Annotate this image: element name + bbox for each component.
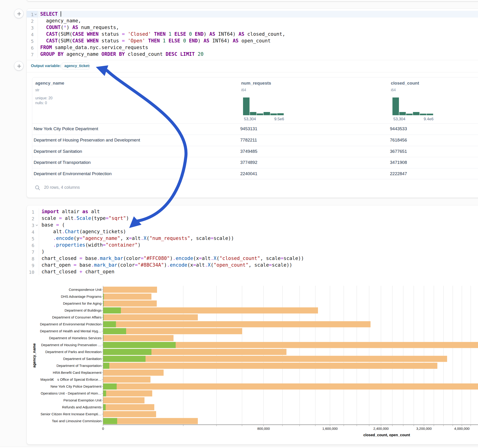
line-number: 5 xyxy=(27,38,34,45)
code-line[interactable]: 6FROM sample_data.nyc.service_requests xyxy=(27,44,478,51)
bar-closed-count xyxy=(103,384,478,390)
column-type: i64 xyxy=(241,88,246,92)
histogram-max-label: 9.5e6 xyxy=(243,117,284,121)
histogram-bar xyxy=(399,112,406,115)
y-axis-label: Department of Consumer Affairs xyxy=(52,315,101,319)
sql-editor[interactable]: 1SELECT 2 agency_name,3 COUNT(*) AS num_… xyxy=(27,11,478,58)
code-text: alt.Chart(agency_tickets) xyxy=(42,228,126,235)
code-line[interactable]: 4 CAST(SUM(CASE WHEN status = 'Closed' T… xyxy=(27,31,478,37)
cell-num-requests: 3749485 xyxy=(240,146,257,157)
bar-closed-count xyxy=(103,404,154,411)
column-header[interactable]: closed_count xyxy=(391,81,419,86)
code-line[interactable]: 9chart_open = base.mark_bar(color="#8BC3… xyxy=(27,262,478,268)
text-cursor xyxy=(61,11,61,17)
bar-closed-count xyxy=(103,370,164,376)
y-axis-label: Taxi and Limousine Commission xyxy=(52,419,101,423)
line-number: 7 xyxy=(27,249,34,255)
table-row[interactable]: Department of Transportation377489234719… xyxy=(32,157,478,168)
code-text: CAST(SUM(CASE WHEN status = 'Open' THEN … xyxy=(40,37,271,44)
cell-num-requests: 9453131 xyxy=(240,124,257,135)
bar-closed-count xyxy=(103,335,174,341)
bar-closed-count xyxy=(103,356,447,362)
y-axis-label: Department of Sanitation xyxy=(63,357,101,361)
y-axis-label: Department of Buildings xyxy=(65,308,101,312)
code-text: COUNT(*) AS num_requests, xyxy=(40,24,119,31)
line-number: 1 xyxy=(27,209,34,216)
line-number: 6 xyxy=(27,45,34,51)
code-text: GROUP BY agency_name ORDER BY closed_cou… xyxy=(40,51,204,58)
y-axis-label: Correspondence Unit xyxy=(69,288,102,292)
code-line[interactable]: 7) xyxy=(27,249,478,255)
line-number: 2 xyxy=(27,216,34,222)
output-variable-label: Output variable: xyxy=(31,64,61,68)
bar-open-count xyxy=(103,404,106,411)
code-text: scale = alt.Scale(type="sqrt") xyxy=(42,215,129,222)
histogram-bar xyxy=(264,112,270,115)
code-line[interactable]: 3 COUNT(*) AS num_requests, xyxy=(27,24,478,31)
bar-closed-count xyxy=(103,321,371,328)
bar-closed-count xyxy=(103,287,157,293)
code-line[interactable]: 2scale = alt.Scale(type="sqrt") xyxy=(27,215,478,222)
x-axis-label: 0 xyxy=(102,427,104,430)
y-axis-label: Mayorâ€ s Office of Special Enforce… xyxy=(40,378,101,381)
bar-closed-count xyxy=(103,397,145,404)
code-line[interactable]: 5 CAST(SUM(CASE WHEN status = 'Open' THE… xyxy=(27,37,478,44)
cell-agency-name: Department of Housing Preservation and D… xyxy=(34,135,140,146)
page-bottom-divider xyxy=(0,446,478,448)
fold-chevron-icon[interactable] xyxy=(34,14,37,15)
code-text: import altair as alt xyxy=(42,208,100,215)
y-axis-label: Senior Citizen Rent Increase Exempti… xyxy=(41,412,101,416)
cell-agency-name: Department of Environmental Protection xyxy=(34,168,112,180)
histogram-bar xyxy=(243,98,250,115)
histogram-bar xyxy=(392,98,399,115)
table-row[interactable]: Department of Sanitation37494853677651 xyxy=(32,146,478,157)
code-line[interactable]: 6 .properties(width="container") xyxy=(27,242,478,249)
cell-num-requests: 7782211 xyxy=(240,135,257,146)
code-line[interactable]: 1SELECT xyxy=(27,11,478,18)
column-stat-nulls: nulls: 0 xyxy=(35,101,47,105)
code-line[interactable]: 2 agency_name, xyxy=(27,18,478,24)
gutter-divider xyxy=(38,11,38,58)
histogram-max-label: 9.4e6 xyxy=(392,117,434,121)
code-line[interactable]: 4 alt.Chart(agency_tickets) xyxy=(27,228,478,235)
add-cell-button-bottom[interactable] xyxy=(14,61,24,70)
bar-closed-count xyxy=(103,307,318,314)
x-axis-label: 3,200,000 xyxy=(416,427,432,430)
table-row[interactable]: New York City Police Department945313194… xyxy=(32,123,478,135)
sql-cell: 1SELECT 2 agency_name,3 COUNT(*) AS num_… xyxy=(26,8,478,198)
add-cell-button-top[interactable] xyxy=(14,9,24,18)
python-editor[interactable]: 1import altair as alt2scale = alt.Scale(… xyxy=(27,208,478,275)
code-line[interactable]: 5 .encode(y="agency_name", x=alt.X("num_… xyxy=(27,235,478,242)
cell-agency-name: Department of Sanitation xyxy=(34,146,82,157)
column-header[interactable]: agency_name xyxy=(35,81,64,86)
code-text: base = ( xyxy=(42,222,65,228)
column-header[interactable]: num_requests xyxy=(241,81,271,86)
bar-closed-count xyxy=(103,300,157,307)
code-line[interactable]: 1import altair as alt xyxy=(27,208,478,215)
y-axis-label: DHS Advantage Programs xyxy=(61,294,101,299)
code-line[interactable]: 7GROUP BY agency_name ORDER BY closed_co… xyxy=(27,51,478,58)
bar-closed-count xyxy=(103,418,198,424)
line-number: 8 xyxy=(27,255,34,262)
bar-open-count xyxy=(103,307,121,314)
histogram-bar xyxy=(406,114,413,115)
bar-open-count xyxy=(103,390,106,397)
y-axis-label: Department for the Aging xyxy=(63,301,101,305)
code-line[interactable]: 8chart_closed = base.mark_bar(color="#FF… xyxy=(27,255,478,262)
fold-chevron-icon[interactable] xyxy=(36,224,38,226)
histogram-bar xyxy=(270,113,277,115)
table-row[interactable]: Department of Environmental Protection22… xyxy=(32,168,478,180)
output-variable-badge[interactable]: agency_tickets xyxy=(62,62,90,70)
table-row[interactable]: Department of Housing Preservation and D… xyxy=(32,135,478,146)
code-line[interactable]: 3base = ( xyxy=(27,222,478,228)
column-type: i64 xyxy=(391,88,396,92)
cell-num-requests: 2240041 xyxy=(240,168,257,180)
notebook-page: 1SELECT 2 agency_name,3 COUNT(*) AS num_… xyxy=(0,0,478,448)
cell-closed-count: 9443533 xyxy=(390,124,407,135)
search-icon[interactable] xyxy=(35,185,41,191)
y-axis-label: Operations Unit - Department of Hom… xyxy=(41,391,101,395)
y-axis-title: agency_name xyxy=(32,343,36,367)
column-type: str xyxy=(35,88,39,92)
histogram-bar xyxy=(277,113,284,115)
y-axis-label: Department of Parks and Recreation xyxy=(45,350,101,354)
